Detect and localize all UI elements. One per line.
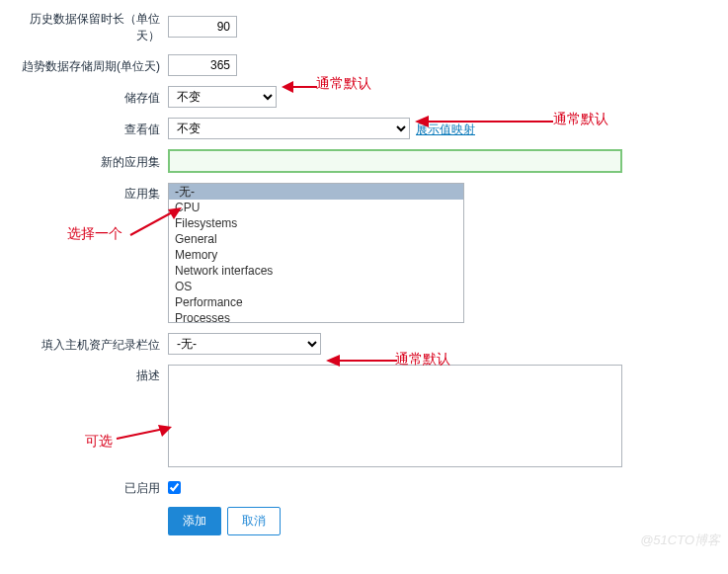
- enabled-checkbox[interactable]: [168, 481, 181, 494]
- new-appset-label: 新的应用集: [10, 151, 168, 171]
- view-value-label: 查看值: [10, 119, 168, 138]
- trend-period-label: 趋势数据存储周期(单位天): [10, 55, 168, 75]
- show-value-map-link[interactable]: 展示值映射: [416, 119, 475, 138]
- watermark: @51CTO博客: [640, 532, 720, 549]
- appset-option[interactable]: Network interfaces: [169, 263, 463, 279]
- description-textarea[interactable]: [168, 365, 622, 467]
- host-asset-select[interactable]: -无-: [168, 333, 321, 355]
- appset-listbox[interactable]: -无-CPUFilesystemsGeneralMemoryNetwork in…: [168, 183, 464, 323]
- new-appset-input[interactable]: [168, 149, 622, 173]
- host-asset-label: 填入主机资产纪录栏位: [10, 334, 168, 354]
- appset-option[interactable]: General: [169, 231, 463, 247]
- appset-option[interactable]: Filesystems: [169, 215, 463, 231]
- history-retain-label: 历史数据保留时长（单位天）: [10, 8, 168, 44]
- history-retain-input[interactable]: [168, 16, 237, 38]
- appset-label: 应用集: [10, 183, 168, 203]
- enabled-label: 已启用: [10, 477, 168, 497]
- appset-option[interactable]: -无-: [169, 184, 463, 200]
- add-button[interactable]: 添加: [168, 507, 221, 535]
- cancel-button[interactable]: 取消: [227, 507, 281, 535]
- store-value-label: 储存值: [10, 87, 168, 107]
- appset-option[interactable]: OS: [169, 279, 463, 294]
- description-label: 描述: [10, 365, 168, 384]
- appset-option[interactable]: Memory: [169, 247, 463, 263]
- appset-option[interactable]: Performance: [169, 294, 463, 310]
- trend-period-input[interactable]: [168, 54, 237, 76]
- store-value-select[interactable]: 不变: [168, 86, 277, 108]
- view-value-select[interactable]: 不变: [168, 118, 410, 139]
- appset-option[interactable]: Processes: [169, 310, 463, 323]
- appset-option[interactable]: CPU: [169, 200, 463, 215]
